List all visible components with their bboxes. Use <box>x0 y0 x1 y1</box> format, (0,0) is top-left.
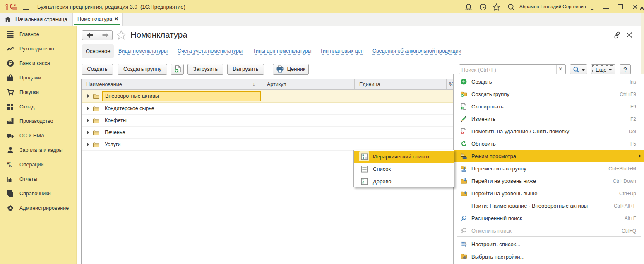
svg-text:Кт: Кт <box>9 164 12 168</box>
